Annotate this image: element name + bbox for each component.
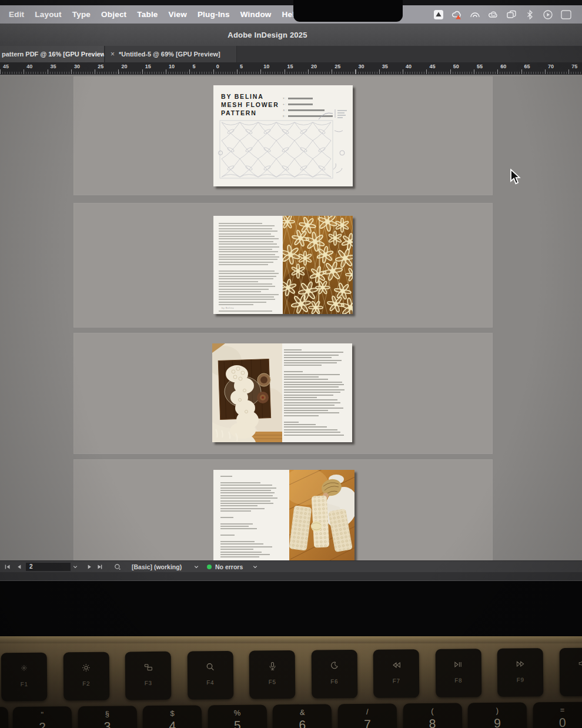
menu-item-edit[interactable]: Edit [4,10,29,19]
preflight-menu-chevron[interactable] [193,561,200,573]
ruler-label: 40 [406,64,412,69]
page-spread-3[interactable] [212,343,352,442]
ruler-label: 35 [51,64,56,69]
text-line [284,360,342,361]
text-line [219,273,279,274]
creative-cloud-alert-icon[interactable] [451,9,462,20]
key-F8: F8 [435,649,481,697]
camera-notch [293,0,403,22]
text-line [220,497,277,499]
key-F6: F6 [311,650,357,699]
text-line [284,429,337,430]
text-line [284,382,342,383]
text-line [220,503,273,504]
ruler-label: 30 [359,64,364,69]
stacked-windows-icon[interactable] [506,9,517,20]
text-line [220,487,276,489]
text-line [284,362,337,363]
menu-item-object[interactable]: Object [96,10,132,19]
text-line [219,241,273,242]
text-line [219,276,276,277]
text-line [284,395,333,396]
cover-title: BY BELINA MESH FLOWER PATTERN [221,92,279,117]
text-line [219,289,269,290]
page-spread-2[interactable]: by Belina [213,216,353,314]
text-line [284,412,339,413]
menu-item-layout[interactable]: Layout [29,10,66,19]
menu-item-plugins[interactable]: Plug-Ins [192,10,235,19]
key-5: %5 [208,704,267,728]
dictation-icon [267,659,277,673]
body-text-column [284,349,346,437]
close-tab-icon[interactable]: × [111,50,115,58]
next-page-button[interactable] [86,561,93,573]
key-F7: F7 [373,649,420,698]
page-cover[interactable]: BY BELINA MESH FLOWER PATTERN × :+ :∧ :≡… [213,85,353,186]
ruler-label: 5 [240,64,243,69]
key-9: )9 [468,703,527,728]
key-F9: F9 [497,648,544,697]
ruler-label: 55 [477,64,483,69]
text-line [284,408,343,409]
text-line [219,296,274,298]
cloud-sync-icon[interactable] [488,9,499,20]
ruler-label: 20 [311,64,317,69]
text-line [284,402,340,403]
preflight-icon[interactable] [114,561,121,573]
menu-bar-tray [433,5,571,24]
text-line [284,386,339,388]
text-line [284,432,340,433]
page-spread-4[interactable] [213,470,354,560]
text-line [284,357,332,358]
text-line [219,262,273,263]
menu-item-window[interactable]: Window [235,10,277,19]
preflight-profile-label[interactable]: [Basic] (working) [132,563,182,570]
page-dropdown-chevron[interactable] [72,561,79,573]
text-line [284,384,344,385]
spotlight-icon [205,659,215,673]
key-F2: F2 [63,652,109,701]
key-f10 [559,647,582,696]
text-line [284,389,344,390]
document-canvas[interactable]: BY BELINA MESH FLOWER PATTERN × :+ :∧ :≡… [0,75,582,560]
menu-item-type[interactable]: Type [67,10,96,19]
ruler-label: 15 [287,64,293,69]
text-line [219,243,277,245]
text-line [219,267,281,269]
tab-pattern-pdf[interactable]: pattern PDF @ 16% [GPU Preview] [0,46,105,62]
ruler-label: 20 [122,64,128,69]
first-page-button[interactable] [4,561,11,573]
triangle-app-icon[interactable] [433,9,444,20]
text-line [219,271,275,272]
text-line [220,500,270,502]
play-circle-icon[interactable] [543,9,553,20]
text-line [284,374,340,375]
ruler-label: 0 [216,64,219,69]
text-line [219,302,266,303]
menu-item-view[interactable]: View [163,10,192,19]
crocheting-person-photo [289,470,354,560]
cover-title-line: MESH FLOWER [221,101,279,109]
volume-icon [577,656,582,670]
page-number-field[interactable]: 2 [26,563,71,571]
text-line [220,535,235,536]
menu-item-table[interactable]: Table [132,10,163,19]
error-status-label: No errors [215,563,243,570]
text-line [219,283,272,285]
bluetooth-icon[interactable] [524,9,535,20]
text-line [284,399,337,400]
text-line [284,349,302,350]
previous-page-button[interactable] [15,561,22,573]
clipped-tray-icon[interactable] [561,9,571,20]
arc-icon[interactable] [470,9,480,20]
key-F5: F5 [249,650,296,699]
key-0: =0 [533,702,582,728]
text-line [284,426,327,428]
error-menu-chevron[interactable] [252,561,259,573]
tab-label: pattern PDF @ 16% [GPU Preview] [2,51,104,58]
text-line [219,238,279,239]
last-page-button[interactable] [96,561,103,573]
app-title-bar: Adobe InDesign 2025 [0,24,582,46]
text-line [220,517,233,518]
tab-untitled-5[interactable]: × *Untitled-5 @ 69% [GPU Preview] [105,46,237,62]
